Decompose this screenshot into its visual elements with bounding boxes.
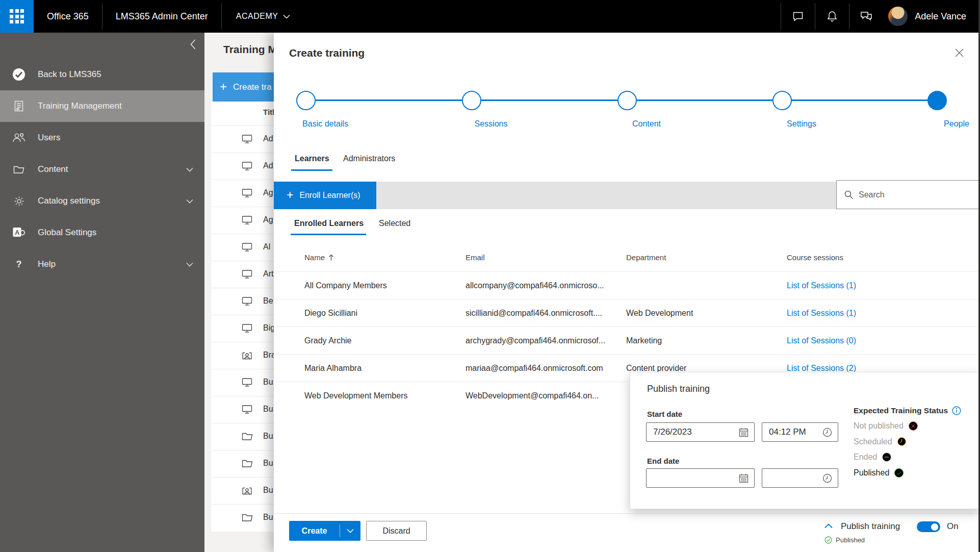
chevron-down-icon[interactable]	[186, 199, 193, 204]
end-time-input[interactable]	[762, 468, 838, 488]
status-label: Not published	[854, 421, 904, 431]
discard-button[interactable]: Discard	[366, 521, 427, 541]
publish-toggle[interactable]	[917, 521, 940, 532]
column-header-department[interactable]: Department	[626, 253, 666, 262]
training-list-row[interactable]: Ad	[211, 126, 274, 153]
cell-name: Maria Alhambra	[304, 364, 362, 373]
column-header-sessions[interactable]: Course sessions	[787, 253, 843, 262]
create-split-button[interactable]: Create	[289, 521, 360, 541]
monitor-icon	[242, 378, 252, 387]
monitor-icon	[242, 405, 252, 414]
cell-name: Diego Sicilliani	[304, 309, 357, 318]
training-list-row[interactable]: Ad	[211, 153, 274, 180]
training-list-row[interactable]: Ag	[211, 180, 274, 207]
chevron-up-icon[interactable]	[824, 523, 833, 529]
start-time-input[interactable]: 04:12 PM	[762, 422, 838, 442]
status-item-published: Published	[854, 468, 961, 478]
lms365-admin-center-link[interactable]: LMS365 Admin Center	[102, 0, 221, 33]
step-label-people[interactable]: People	[916, 119, 980, 129]
sessions-link[interactable]: List of Sessions (1)	[787, 309, 856, 318]
training-management-page: Training M + Create tra Titl AdAdAgAgAlA…	[204, 33, 274, 552]
app-launcher-waffle-icon[interactable]	[0, 0, 34, 33]
enroll-learners-button[interactable]: + Enroll Learner(s)	[274, 182, 376, 209]
training-title: Ad	[263, 134, 273, 143]
chevron-down-icon[interactable]	[186, 262, 193, 267]
clock-icon[interactable]	[822, 428, 832, 437]
step-label-sessions[interactable]: Sessions	[450, 119, 532, 129]
sidebar-item-catalog-settings[interactable]: Catalog settings	[0, 185, 204, 217]
feedback-icon[interactable]	[849, 0, 883, 33]
sidebar-item-back-to-lms365[interactable]: Back to LMS365	[0, 59, 204, 90]
step-label-basic-details[interactable]: Basic details	[285, 119, 366, 129]
footer-divider	[274, 513, 980, 514]
sidebar-item-users[interactable]: Users	[0, 122, 204, 154]
column-header-email[interactable]: Email	[466, 253, 485, 262]
subtab-selected[interactable]: Selected	[379, 219, 410, 228]
create-training-button[interactable]: + Create tra	[213, 72, 274, 102]
monitor-icon	[242, 215, 252, 225]
chevron-down-icon[interactable]	[340, 529, 360, 533]
sidebar-item-content[interactable]: Content	[0, 154, 204, 185]
circle-check-icon	[894, 468, 904, 478]
training-list-row[interactable]: Ag	[211, 207, 274, 234]
training-list-row[interactable]: Bu	[211, 369, 274, 396]
training-list-row[interactable]: Bu	[211, 450, 274, 478]
step-circle-content[interactable]	[617, 91, 637, 110]
calendar-icon[interactable]	[739, 473, 749, 483]
lms365-logo-icon	[12, 68, 25, 81]
sessions-link[interactable]: List of Sessions (0)	[787, 336, 856, 345]
sidebar-item-training-management[interactable]: Training Management	[0, 90, 204, 122]
column-header-name[interactable]: Name	[304, 253, 334, 262]
subtab-enrolled-learners[interactable]: Enrolled Learners	[294, 219, 364, 228]
calendar-icon[interactable]	[739, 428, 749, 437]
step-label-content[interactable]: Content	[606, 119, 687, 129]
info-icon[interactable]	[952, 406, 961, 415]
start-date-input[interactable]: 7/26/2023	[646, 422, 755, 442]
workspace-label: ACADEMY	[236, 12, 278, 21]
training-list-row[interactable]: Art	[211, 261, 274, 288]
svg-text:A: A	[15, 229, 20, 236]
bell-icon[interactable]	[815, 0, 849, 33]
status-label: Ended	[854, 453, 877, 462]
title-column-header[interactable]: Titl	[263, 108, 274, 116]
arrow-up-icon	[328, 254, 334, 261]
tab-administrators[interactable]: Administrators	[343, 154, 395, 167]
workspace-selector[interactable]: ACADEMY	[222, 0, 305, 33]
users-icon	[12, 132, 25, 143]
step-circle-basic-details[interactable]	[296, 91, 316, 110]
training-list-row[interactable]: Bu	[211, 477, 274, 505]
training-list-row[interactable]: Bra	[211, 342, 274, 369]
end-date-input[interactable]	[646, 468, 755, 488]
sidebar-collapse-button[interactable]	[190, 39, 196, 49]
training-list-row[interactable]: Al	[211, 234, 274, 261]
training-title: Big	[263, 323, 274, 333]
office365-link[interactable]: Office 365	[34, 0, 102, 33]
app-window: Office 365 LMS365 Admin Center ACADEMY A…	[0, 0, 980, 552]
training-list-row[interactable]: Bu	[211, 423, 274, 450]
sidebar-item-help[interactable]: ?Help	[0, 248, 204, 280]
step-circle-people[interactable]	[927, 91, 947, 110]
chevron-down-icon[interactable]	[186, 167, 193, 172]
global-settings-icon: A	[12, 227, 25, 239]
enroll-learners-label: Enroll Learner(s)	[299, 191, 360, 200]
step-label-settings[interactable]: Settings	[761, 119, 842, 129]
chat-icon[interactable]	[781, 0, 815, 33]
training-list-row[interactable]: Big	[211, 315, 274, 342]
user-menu[interactable]: Adele Vance	[883, 0, 978, 33]
clock-icon[interactable]	[822, 473, 832, 483]
cell-email: WebDevelopment@compafi464.on...	[466, 391, 599, 400]
tab-learners[interactable]: Learners	[295, 154, 329, 167]
sidebar-item-label: Users	[38, 133, 60, 143]
search-input[interactable]: Search	[836, 180, 980, 209]
training-list-row[interactable]: Be	[211, 288, 274, 315]
training-list-row[interactable]: Bu	[211, 396, 274, 423]
sidebar-item-global-settings[interactable]: AGlobal Settings	[0, 217, 204, 248]
close-icon[interactable]	[952, 45, 967, 60]
circle-x-icon	[908, 421, 918, 431]
step-circle-sessions[interactable]	[462, 91, 481, 110]
training-list-row[interactable]: Bu	[211, 504, 274, 532]
modal-title: Create training	[289, 47, 365, 59]
step-circle-settings[interactable]	[772, 91, 792, 110]
start-date-value: 7/26/2023	[653, 427, 739, 437]
sessions-link[interactable]: List of Sessions (1)	[787, 281, 856, 290]
